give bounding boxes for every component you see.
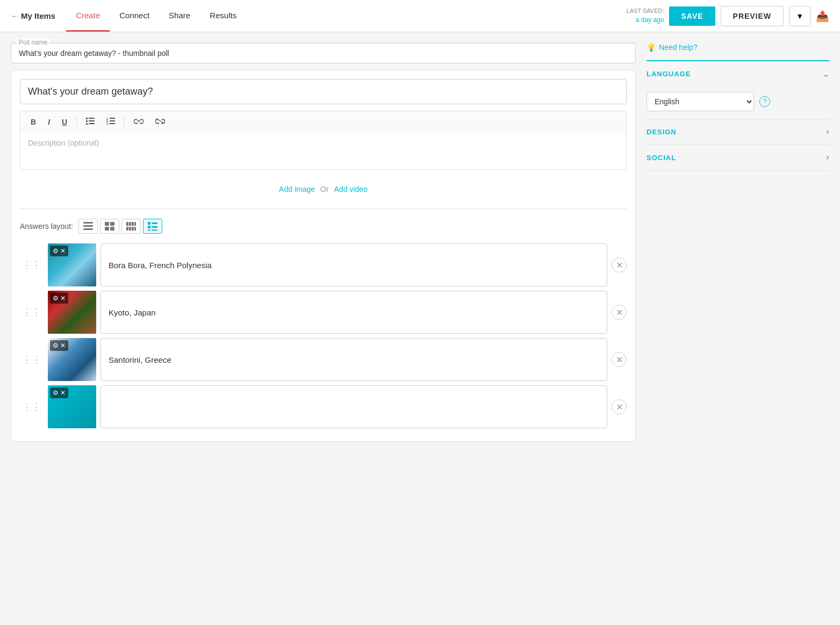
svg-rect-21: [129, 222, 131, 226]
add-video-link[interactable]: Add video: [334, 185, 368, 193]
thumb-overlay: ⚙ ✕: [50, 387, 68, 398]
need-help-link[interactable]: 💡 Need help?: [647, 43, 829, 52]
back-arrow-icon: ←: [11, 12, 18, 20]
bold-button[interactable]: B: [26, 115, 41, 129]
tab-results[interactable]: Results: [200, 0, 246, 32]
question-input[interactable]: [20, 79, 627, 104]
svg-rect-32: [148, 229, 150, 231]
answer-thumbnail-wrapper: ⚙ ✕: [48, 243, 96, 286]
tab-connect[interactable]: Connect: [110, 0, 159, 32]
thumb-remove-icon[interactable]: ✕: [60, 247, 66, 255]
thumb-remove-icon[interactable]: ✕: [60, 342, 66, 349]
layout-grid2-button[interactable]: [100, 219, 119, 234]
svg-rect-0: [86, 118, 88, 119]
tab-create[interactable]: Create: [66, 0, 110, 32]
svg-rect-26: [132, 227, 134, 231]
add-image-link[interactable]: Add image: [279, 185, 315, 193]
thumb-settings-icon[interactable]: ⚙: [53, 294, 59, 302]
social-section-header[interactable]: SOCIAL ⌄: [647, 145, 829, 170]
drag-handle[interactable]: ⋮⋮: [20, 399, 44, 415]
answer-item: ⋮⋮ ⚙ ✕ Kyoto, Japan ✕: [20, 291, 627, 334]
answers-layout-label: Answers layout:: [20, 222, 73, 231]
left-column: Poll name What's your dream getaway? - t…: [11, 43, 636, 614]
thumb-overlay: ⚙ ✕: [50, 340, 68, 351]
tab-share[interactable]: Share: [159, 0, 200, 32]
design-section-header[interactable]: DESIGN ⌄: [647, 119, 829, 145]
svg-rect-27: [134, 227, 136, 231]
language-help-icon[interactable]: ?: [759, 96, 770, 107]
svg-rect-33: [152, 229, 157, 231]
toolbar-separator-1: [76, 117, 77, 127]
rich-text-editor: B I U: [20, 111, 627, 170]
svg-rect-4: [86, 123, 88, 125]
thumb-overlay: ⚙ ✕: [50, 293, 68, 304]
remove-answer-button[interactable]: ✕: [612, 305, 627, 320]
svg-rect-30: [148, 226, 150, 228]
svg-rect-13: [83, 222, 93, 224]
svg-rect-19: [110, 227, 114, 231]
poll-name-value[interactable]: What's your dream getaway? - thumbnail p…: [19, 49, 628, 58]
unlink-button[interactable]: [150, 114, 170, 129]
svg-rect-7: [110, 118, 115, 119]
thumb-settings-icon[interactable]: ⚙: [53, 342, 59, 349]
answer-text-box[interactable]: Bora Bora, French Polynesia: [100, 243, 607, 286]
nav-tabs: Create Connect Share Results: [66, 0, 246, 32]
drag-handle[interactable]: ⋮⋮: [20, 257, 44, 273]
answer-item: ⋮⋮ ⚙ ✕ Bora Bora, French Polynesia ✕: [20, 243, 627, 286]
remove-answer-button[interactable]: ✕: [612, 257, 627, 272]
svg-rect-22: [132, 222, 134, 226]
italic-button[interactable]: I: [43, 115, 55, 129]
remove-answer-button[interactable]: ✕: [612, 352, 627, 367]
bullet-list-button[interactable]: [81, 114, 99, 129]
svg-rect-29: [152, 222, 157, 224]
drag-handle[interactable]: ⋮⋮: [20, 351, 44, 368]
thumb-remove-icon[interactable]: ✕: [60, 294, 66, 302]
design-section: DESIGN ⌄: [647, 119, 829, 145]
language-section-header[interactable]: LANGUAGE ⌄: [647, 61, 829, 87]
language-row: English French Spanish German ?: [647, 92, 829, 111]
layout-grid4-button[interactable]: [121, 219, 141, 234]
toolbar-separator-2: [124, 117, 125, 127]
dropdown-button[interactable]: ▼: [789, 6, 810, 26]
my-items-label: My Items: [21, 11, 55, 20]
description-input[interactable]: Description (optional): [20, 132, 627, 170]
design-section-title: DESIGN: [647, 128, 677, 136]
layout-row: Answers layout:: [20, 215, 627, 237]
media-row: Add image Or Add video: [20, 176, 627, 202]
svg-rect-14: [83, 225, 93, 227]
svg-rect-20: [126, 222, 128, 226]
underline-button[interactable]: U: [57, 115, 72, 129]
right-sidebar: 💡 Need help? LANGUAGE ⌄ English French S…: [647, 43, 829, 614]
answer-item: ⋮⋮ ⚙ ✕ ✕: [20, 385, 627, 428]
media-or-label: Or: [320, 185, 329, 193]
ordered-list-button[interactable]: 1. 2. 3.: [102, 114, 120, 129]
svg-rect-1: [89, 118, 95, 119]
preview-button[interactable]: PREVIEW: [721, 6, 784, 26]
last-saved: LAST SAVED: a day ago: [627, 7, 664, 24]
remove-answer-button[interactable]: ✕: [612, 399, 627, 414]
poll-name-label: Poll name: [17, 39, 49, 46]
layout-list-button[interactable]: [78, 219, 98, 234]
svg-rect-9: [110, 120, 115, 121]
answer-text-box[interactable]: [100, 385, 607, 428]
answer-thumbnail-wrapper: ⚙ ✕: [48, 291, 96, 334]
save-button[interactable]: SAVE: [669, 6, 715, 26]
svg-rect-18: [105, 227, 109, 231]
thumb-settings-icon[interactable]: ⚙: [53, 247, 59, 255]
svg-rect-3: [89, 120, 95, 121]
layout-list-thumb-button[interactable]: [143, 219, 162, 234]
social-chevron-icon: ⌄: [821, 154, 831, 161]
social-section: SOCIAL ⌄: [647, 145, 829, 171]
thumb-settings-icon[interactable]: ⚙: [53, 389, 59, 397]
thumb-remove-icon[interactable]: ✕: [60, 389, 66, 397]
language-select[interactable]: English French Spanish German: [647, 92, 754, 111]
drag-handle[interactable]: ⋮⋮: [20, 304, 44, 320]
my-items-link[interactable]: ← My Items: [11, 11, 55, 20]
present-icon[interactable]: 📤: [816, 10, 829, 23]
thumb-overlay: ⚙ ✕: [50, 246, 68, 256]
answer-thumbnail-wrapper: ⚙ ✕: [48, 338, 96, 381]
link-button[interactable]: [129, 114, 148, 129]
language-section-body: English French Spanish German ?: [647, 87, 829, 119]
answer-text-box[interactable]: Santorini, Greece: [100, 338, 607, 381]
answer-text-box[interactable]: Kyoto, Japan: [100, 291, 607, 334]
